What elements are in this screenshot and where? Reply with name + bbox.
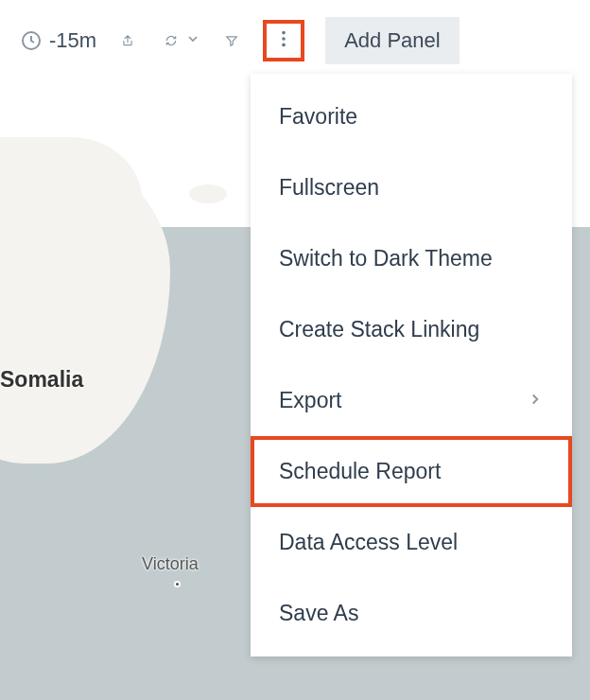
- menu-item-label: Schedule Report: [279, 459, 441, 484]
- menu-item-label: Fullscreen: [279, 175, 379, 201]
- share-icon[interactable]: [115, 28, 140, 53]
- time-range-selector[interactable]: -15m: [13, 25, 102, 57]
- more-options-menu: Favorite Fullscreen Switch to Dark Theme…: [251, 74, 572, 656]
- menu-item-data-access[interactable]: Data Access Level: [251, 507, 572, 578]
- menu-item-favorite[interactable]: Favorite: [251, 81, 572, 152]
- svg-point-3: [282, 44, 286, 47]
- more-vertical-icon: [273, 28, 294, 53]
- map-island: [189, 184, 227, 203]
- svg-point-1: [282, 31, 286, 35]
- menu-item-save-as[interactable]: Save As: [251, 578, 572, 649]
- chevron-right-icon: [527, 388, 544, 413]
- refresh-icon: [159, 28, 183, 53]
- menu-item-fullscreen[interactable]: Fullscreen: [251, 152, 572, 223]
- map-label-country: Somalia: [0, 367, 83, 393]
- filter-icon[interactable]: [219, 28, 244, 53]
- menu-item-stack-linking[interactable]: Create Stack Linking: [251, 294, 572, 365]
- clock-icon: [19, 28, 43, 53]
- menu-item-label: Switch to Dark Theme: [279, 246, 493, 271]
- refresh-control[interactable]: [159, 28, 200, 53]
- menu-item-schedule-report[interactable]: Schedule Report: [251, 436, 572, 507]
- svg-point-2: [282, 37, 286, 41]
- toolbar: -15m: [0, 0, 590, 81]
- menu-item-label: Favorite: [279, 104, 357, 130]
- menu-item-label: Export: [279, 388, 341, 413]
- menu-item-export[interactable]: Export: [251, 365, 572, 436]
- add-panel-button[interactable]: Add Panel: [325, 17, 460, 64]
- time-range-value: -15m: [49, 28, 96, 53]
- menu-item-label: Save As: [279, 601, 358, 626]
- map-label-city: Victoria: [142, 554, 199, 574]
- more-options-button[interactable]: [263, 20, 304, 61]
- menu-item-label: Data Access Level: [279, 530, 458, 555]
- map-city-marker: [174, 581, 181, 587]
- menu-item-dark-theme[interactable]: Switch to Dark Theme: [251, 223, 572, 294]
- menu-item-label: Create Stack Linking: [279, 317, 479, 342]
- chevron-down-icon: [185, 31, 200, 50]
